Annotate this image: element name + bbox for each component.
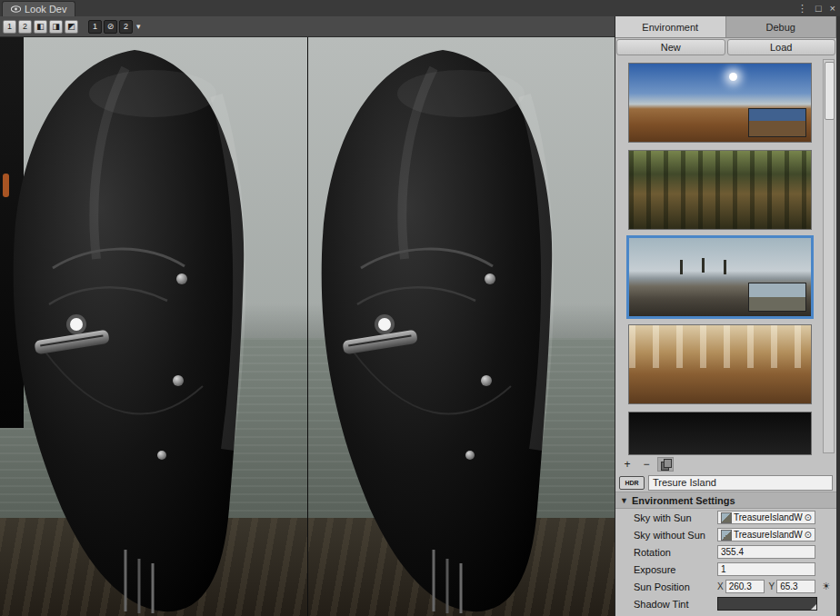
hdri-thumbnail-forest[interactable] xyxy=(628,150,812,230)
hdri-thumbnail-desert[interactable] xyxy=(628,63,812,143)
hdri-list xyxy=(615,57,836,455)
lookdev-eye-icon xyxy=(11,5,21,13)
scrollbar-thumb[interactable] xyxy=(825,62,835,120)
close-icon[interactable]: × xyxy=(830,3,835,14)
object-field-value: TreasureIslandWh xyxy=(734,512,803,522)
hdr-name-row: HDR Tresure Island xyxy=(615,473,836,492)
environment-settings-header[interactable]: ▼ Environment Settings xyxy=(615,492,836,509)
settings-title: Environment Settings xyxy=(632,495,735,506)
hdr-badge-icon: HDR xyxy=(619,476,645,490)
hdri-list-toolbar: + − xyxy=(615,455,836,473)
sun-highlight xyxy=(729,73,737,81)
lookdev-window-tab[interactable]: Look Dev xyxy=(2,1,75,16)
field-label: Shadow Tint xyxy=(634,599,717,610)
side-by-side-view-button[interactable]: ◧ xyxy=(34,20,47,34)
object-field-value: TreasureIslandWh xyxy=(734,530,803,540)
field-label: Sun Position xyxy=(634,581,717,592)
sun-position-y-input[interactable]: 65.3 xyxy=(776,580,815,593)
lookdev-toolbar: 1 2 ◧ ◨ ◩ 1 ⊘ 2 ▾ xyxy=(0,16,615,37)
view-2-badge[interactable]: 2 xyxy=(119,20,133,34)
sky-without-sun-object-field[interactable]: TreasureIslandWh ⊙ xyxy=(717,528,815,541)
setting-row-sun-position: Sun Position X 260.3 Y 65.3 ☀ xyxy=(615,578,836,595)
texture-icon xyxy=(721,512,732,523)
duplicate-hdri-button[interactable] xyxy=(657,457,674,472)
tab-environment[interactable]: Environment xyxy=(615,16,726,37)
environment-actions: New Load xyxy=(615,38,836,57)
robot-head-render xyxy=(307,41,588,613)
panel-tab-strip: Environment Debug xyxy=(615,16,836,38)
thumbnail-inset-preview xyxy=(748,283,806,312)
tab-debug[interactable]: Debug xyxy=(726,16,837,37)
setting-row-sky-without-sun: Sky without Sun TreasureIslandWh ⊙ xyxy=(615,526,836,543)
viewport-2[interactable] xyxy=(307,37,615,616)
x-axis-label: X xyxy=(717,581,724,591)
single-view-2-button[interactable]: 2 xyxy=(18,20,32,34)
title-bar: Look Dev ⋮ □ × xyxy=(0,0,840,16)
window-title: Look Dev xyxy=(25,4,66,15)
copy-icon xyxy=(661,459,671,470)
field-label: Sky without Sun xyxy=(634,530,717,541)
robot-head-render xyxy=(0,41,280,613)
load-environment-button[interactable]: Load xyxy=(727,39,836,55)
new-environment-button[interactable]: New xyxy=(616,39,725,55)
environment-panel: Environment Debug New Load + − HDR xyxy=(615,16,836,616)
field-label: Sky with Sun xyxy=(634,512,717,523)
thumbnail-inset-preview xyxy=(748,108,806,137)
rotation-input[interactable]: 355.4 xyxy=(717,545,815,559)
window-menu-icon[interactable]: ⋮ xyxy=(797,3,807,15)
thumbnail-scrollbar[interactable] xyxy=(823,59,835,453)
texture-icon xyxy=(721,530,732,541)
foldout-arrow-icon: ▼ xyxy=(620,496,628,505)
link-views-button[interactable]: ⊘ xyxy=(104,20,117,34)
object-picker-icon[interactable]: ⊙ xyxy=(805,530,812,540)
hdri-thumbnail-dark[interactable] xyxy=(628,412,812,455)
sun-position-picker-icon[interactable]: ☀ xyxy=(822,581,831,592)
setting-row-rotation: Rotation 355.4 xyxy=(615,543,836,561)
single-view-1-button[interactable]: 1 xyxy=(3,20,16,34)
sky-with-sun-object-field[interactable]: TreasureIslandWh ⊙ xyxy=(717,511,815,524)
remove-hdri-button[interactable]: − xyxy=(638,457,655,472)
hdri-thumbnail-treasure-island[interactable] xyxy=(628,237,812,317)
field-label: Rotation xyxy=(634,547,717,558)
lookdev-viewports xyxy=(0,37,615,616)
split-zone-view-button[interactable]: ◩ xyxy=(65,20,78,34)
layout-dropdown-icon[interactable]: ▾ xyxy=(136,22,141,31)
setting-row-shadow-tint: Shadow Tint xyxy=(615,595,836,612)
stacked-view-button[interactable]: ◨ xyxy=(49,20,63,34)
setting-row-sky-with-sun: Sky with Sun TreasureIslandWh ⊙ xyxy=(615,509,836,526)
palm-tree xyxy=(680,260,683,274)
viewport-1[interactable] xyxy=(0,37,307,616)
exposure-input[interactable]: 1 xyxy=(717,562,815,576)
field-label: Exposure xyxy=(634,564,717,575)
view-1-badge[interactable]: 1 xyxy=(88,20,102,34)
sun-position-x-input[interactable]: 260.3 xyxy=(725,580,765,593)
hdri-thumbnail-church[interactable] xyxy=(628,324,812,404)
palm-tree xyxy=(724,260,726,274)
environment-name-field[interactable]: Tresure Island xyxy=(648,475,833,491)
setting-row-exposure: Exposure 1 xyxy=(615,561,836,578)
add-hdri-button[interactable]: + xyxy=(619,457,635,472)
palm-tree xyxy=(702,258,705,273)
object-picker-icon[interactable]: ⊙ xyxy=(805,512,812,522)
shadow-tint-color-swatch[interactable] xyxy=(717,597,817,611)
y-axis-label: Y xyxy=(769,581,775,591)
maximize-icon[interactable]: □ xyxy=(815,3,822,14)
